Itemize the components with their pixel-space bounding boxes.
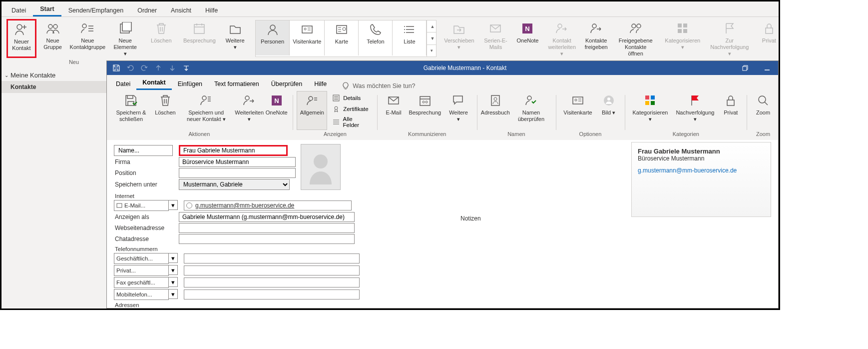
etab-datei[interactable]: Datei: [110, 78, 136, 90]
phone-business-dropdown[interactable]: ▾: [169, 253, 178, 263]
etab-hilfe[interactable]: Hilfe: [308, 78, 333, 90]
label: Zertifikate: [343, 106, 369, 112]
qat-redo-button[interactable]: [140, 64, 149, 72]
chat-input[interactable]: [179, 234, 355, 244]
email-input[interactable]: g.mustermann@mm-bueroservice.de: [195, 202, 294, 209]
phone-fax-button[interactable]: Fax geschäftl...: [114, 277, 169, 288]
private-button[interactable]: Privat: [757, 19, 780, 58]
addressbook-button[interactable]: Adressbuch: [481, 91, 509, 130]
view-liste[interactable]: Liste: [393, 20, 427, 56]
share-contacts-button[interactable]: Kontakte freigeben: [581, 19, 611, 58]
window-minimize-button[interactable]: [756, 61, 778, 75]
new-group-button[interactable]: Neue Gruppe: [39, 19, 66, 58]
view-visitenkarte[interactable]: Visitenkarte: [290, 20, 325, 56]
nav-header-meine-kontakte[interactable]: ⌄ Meine Kontakte: [1, 70, 106, 81]
email-type-dropdown[interactable]: ▾: [169, 200, 178, 210]
phone-home-input[interactable]: [184, 266, 360, 276]
label: Weiterleiten ▾: [235, 110, 264, 122]
new-contact-button[interactable]: Neuer Kontakt: [6, 19, 36, 58]
phone-home-button[interactable]: Privat...: [114, 265, 169, 276]
qat-save-button[interactable]: [112, 64, 121, 72]
editor-categorize-button[interactable]: Kategorisieren ▾: [629, 91, 671, 130]
name-input[interactable]: [179, 145, 288, 156]
tab-ansicht[interactable]: Ansicht: [164, 4, 198, 16]
email-button[interactable]: E-Mail: [382, 91, 406, 130]
picture-button[interactable]: Bild ▾: [597, 91, 621, 130]
save-new-button[interactable]: Speichern und neuer Kontakt ▾: [178, 91, 234, 130]
phone-mobile-input[interactable]: [184, 290, 360, 300]
editor-followup-button[interactable]: Nachverfolgung ▾: [673, 91, 718, 130]
phone-business-button[interactable]: Geschäftlich...: [114, 253, 169, 264]
mailmerge-button[interactable]: Serien-E-Mails: [479, 19, 513, 58]
delete-button[interactable]: Löschen: [147, 19, 175, 58]
qat-prev-button[interactable]: [154, 64, 163, 72]
web-input[interactable]: [179, 223, 355, 233]
business-card-preview[interactable]: Frau Gabriele Mustermann Büroservice Mus…: [631, 142, 771, 217]
etab-textformat[interactable]: Text formatieren: [208, 78, 265, 90]
phone-fax-input[interactable]: [184, 278, 360, 288]
forward-contact-button[interactable]: Kontakt weiterleiten ▾: [545, 19, 578, 58]
etab-kontakt[interactable]: Kontakt: [136, 76, 172, 90]
phone-fax-dropdown[interactable]: ▾: [169, 277, 178, 287]
saveas-select[interactable]: Mustermann, Gabriele: [179, 179, 290, 190]
person-forward-icon: [242, 94, 256, 108]
more-comm-button[interactable]: Weitere ▾: [221, 19, 249, 58]
contact-photo[interactable]: [301, 144, 341, 190]
etab-ueberpruefen[interactable]: Überprüfen: [265, 78, 309, 90]
open-shared-button[interactable]: Freigegebene Kontakte öffnen: [614, 19, 657, 58]
zoom-button[interactable]: Zoom: [751, 91, 775, 130]
email-type-button[interactable]: E-Mail...: [114, 200, 169, 211]
bizcard-button[interactable]: Visitenkarte: [560, 91, 595, 130]
tab-senden[interactable]: Senden/Empfangen: [61, 4, 131, 16]
phone-business-input[interactable]: [184, 254, 360, 264]
editor-meeting-button[interactable]: Besprechung: [407, 91, 443, 130]
tab-datei[interactable]: Datei: [4, 4, 33, 16]
view-alle-felder-button[interactable]: Alle Felder: [330, 115, 371, 129]
firma-input[interactable]: [179, 157, 296, 167]
meeting-button[interactable]: Besprechung: [181, 19, 218, 58]
phone-home-dropdown[interactable]: ▾: [169, 265, 178, 275]
tab-start[interactable]: Start: [33, 2, 61, 16]
displayas-input[interactable]: [179, 212, 355, 222]
gallery-down[interactable]: ▼: [427, 32, 436, 44]
phone-mobile-button[interactable]: Mobiltelefon...: [114, 289, 169, 300]
view-zertifikate-button[interactable]: Zertifikate: [330, 104, 371, 114]
tab-hilfe[interactable]: Hilfe: [198, 4, 225, 16]
name-button[interactable]: Name...: [114, 145, 173, 156]
group-komm-label: Kommunizieren: [382, 130, 473, 138]
position-input[interactable]: [179, 168, 296, 178]
categorize-button[interactable]: Kategorisieren ▾: [663, 19, 702, 58]
view-telefon[interactable]: Telefon: [359, 20, 393, 56]
move-button[interactable]: Verschieben ▾: [442, 19, 475, 58]
tab-ordner[interactable]: Ordner: [130, 4, 164, 16]
editor-private-button[interactable]: Privat: [719, 91, 743, 130]
check-names-button[interactable]: Namen überprüfen: [510, 91, 551, 130]
editor-more-comm-button[interactable]: Weitere ▾: [444, 91, 473, 130]
view-personen[interactable]: Personen: [256, 20, 290, 56]
new-items-button[interactable]: Neue Elemente ▾: [109, 19, 141, 58]
nav-item-kontakte[interactable]: Kontakte: [1, 81, 106, 93]
tell-me-search[interactable]: Was möchten Sie tun?: [342, 82, 415, 90]
editor-onenote-button[interactable]: NOneNote: [265, 91, 289, 130]
editor-delete-button[interactable]: Löschen: [153, 91, 177, 130]
qat-customize-button[interactable]: [182, 64, 191, 72]
onenote-button[interactable]: NOneNote: [515, 19, 539, 58]
etab-einfuegen[interactable]: Einfügen: [172, 78, 208, 90]
view-allgemein-button[interactable]: Allgemein: [297, 91, 327, 130]
qat-next-button[interactable]: [168, 64, 177, 72]
phone-mobile-dropdown[interactable]: ▾: [169, 289, 178, 299]
bc-email[interactable]: g.mustermann@mm-bueroservice.de: [638, 167, 765, 174]
gallery-expand[interactable]: ▾: [427, 45, 436, 56]
gallery-up[interactable]: ▲: [427, 20, 436, 32]
new-contactgroup-button[interactable]: Neue Kontaktgruppe: [69, 19, 106, 58]
label: Löschen: [151, 38, 172, 44]
editor-forward-button[interactable]: Weiterleiten ▾: [235, 91, 264, 130]
zoom-icon: [756, 94, 770, 108]
window-restore-button[interactable]: [734, 61, 756, 75]
view-details-button[interactable]: Details: [330, 93, 371, 103]
view-karte[interactable]: Karte: [325, 20, 359, 56]
qat-undo-button[interactable]: [126, 64, 135, 72]
followup-button[interactable]: Zur Nachverfolgung ▾: [705, 19, 754, 58]
save-close-button[interactable]: Speichern & schließen: [110, 91, 152, 130]
label: Serien-E-Mails: [482, 38, 509, 50]
